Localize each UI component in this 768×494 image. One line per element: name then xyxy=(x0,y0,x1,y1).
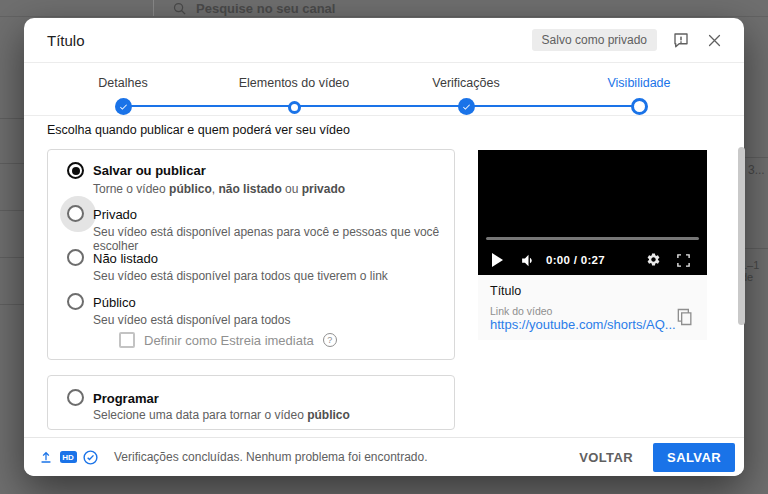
backdrop-row-line xyxy=(744,248,768,249)
gear-icon[interactable] xyxy=(646,252,661,267)
public-label[interactable]: Público xyxy=(93,295,136,310)
video-link[interactable]: https://youtube.com/shorts/AQ... xyxy=(490,317,676,332)
step-label: Elementos do vídeo xyxy=(214,76,374,90)
save-or-publish-label[interactable]: Salvar ou publicar xyxy=(93,163,206,178)
private-desc: Seu vídeo está disponível apenas para vo… xyxy=(93,225,454,253)
public-desc: Seu vídeo está disponível para todos xyxy=(93,313,290,327)
video-player[interactable]: 0:00 / 0:27 xyxy=(478,150,707,275)
step-label: Detalhes xyxy=(43,76,203,90)
header-actions: Salvo como privado xyxy=(532,29,723,51)
schedule-option-group: Programar Selecione uma data para tornar… xyxy=(47,375,455,430)
private-radio[interactable] xyxy=(67,205,84,222)
private-label[interactable]: Privado xyxy=(93,207,137,222)
backdrop-pagination-text: 1–1 de xyxy=(741,259,768,283)
step-label: Visibilidade xyxy=(559,76,719,90)
dialog-scrollbar[interactable] xyxy=(738,147,745,325)
hd-quality-icon: HD xyxy=(58,447,78,467)
backdrop-truncated-text: 3... xyxy=(748,163,765,177)
step-todo-icon[interactable] xyxy=(288,101,301,114)
step-done-icon[interactable] xyxy=(115,98,132,115)
time-display: 0:00 / 0:27 xyxy=(546,254,605,266)
schedule-desc: Selecione uma data para tornar o vídeo p… xyxy=(93,408,350,422)
section-heading: Escolha quando publicar e quem poderá ve… xyxy=(47,123,350,137)
step-done-icon[interactable] xyxy=(458,98,475,115)
channel-search-input: Pesquise no seu canal xyxy=(196,1,335,16)
close-icon[interactable] xyxy=(705,31,723,49)
video-title: Título xyxy=(490,284,521,298)
feedback-icon[interactable] xyxy=(672,31,690,49)
stepper-line xyxy=(123,105,639,107)
premiere-checkbox[interactable] xyxy=(119,332,135,348)
backdrop-row-line xyxy=(0,257,24,258)
schedule-label[interactable]: Programar xyxy=(93,391,159,406)
public-radio[interactable] xyxy=(67,293,84,310)
backdrop-divider xyxy=(153,0,154,16)
status-badge: Salvo como privado xyxy=(532,29,657,51)
backdrop-row-line xyxy=(0,118,24,119)
checks-status-text: Verificações concluídas. Nenhum problema… xyxy=(114,450,428,464)
save-or-publish-subtitle: Torne o vídeo público, não listado ou pr… xyxy=(93,182,345,196)
search-icon xyxy=(172,1,187,16)
copy-icon[interactable] xyxy=(675,307,695,327)
dialog-footer: HD Verificações concluídas. Nenhum probl… xyxy=(24,437,744,476)
unlisted-radio[interactable] xyxy=(67,249,84,266)
step-active-icon[interactable] xyxy=(631,98,648,115)
upload-stepper: Detalhes Elementos do vídeo Verificações… xyxy=(24,63,744,116)
schedule-radio[interactable] xyxy=(67,389,84,406)
back-button[interactable]: VOLTAR xyxy=(567,443,645,472)
help-icon[interactable]: ? xyxy=(323,333,337,347)
progress-bar[interactable] xyxy=(486,237,699,240)
fullscreen-icon[interactable] xyxy=(676,253,691,268)
save-or-publish-radio[interactable] xyxy=(67,162,84,179)
backdrop-row-line xyxy=(0,304,24,305)
play-icon[interactable] xyxy=(492,253,503,267)
checks-complete-icon xyxy=(80,447,100,467)
unlisted-label[interactable]: Não listado xyxy=(93,251,158,266)
step-label: Verificações xyxy=(386,76,546,90)
premiere-label: Definir como Estreia imediata xyxy=(144,333,314,348)
upload-icon xyxy=(36,447,56,467)
backdrop-row-line xyxy=(0,163,24,164)
publish-option-group: Salvar ou publicar Torne o vídeo público… xyxy=(47,149,455,360)
video-info-panel: Título Link do vídeo https://youtube.com… xyxy=(478,275,707,340)
screen: Pesquise no seu canal 3... 1–1 de Título… xyxy=(0,0,768,494)
backdrop-row-line xyxy=(0,210,24,211)
volume-icon[interactable] xyxy=(520,252,537,269)
premiere-row: Definir como Estreia imediata ? xyxy=(119,332,337,348)
dialog-header: Título Salvo como privado xyxy=(24,18,744,63)
save-button[interactable]: SALVAR xyxy=(653,443,735,472)
dialog-title: Título xyxy=(47,32,85,49)
backdrop-edge xyxy=(0,16,768,17)
unlisted-desc: Seu vídeo está disponível para todos que… xyxy=(93,269,388,283)
video-link-label: Link do vídeo xyxy=(490,305,552,317)
backdrop-row-line xyxy=(744,157,768,158)
visibility-dialog: Título Salvo como privado xyxy=(24,18,744,476)
